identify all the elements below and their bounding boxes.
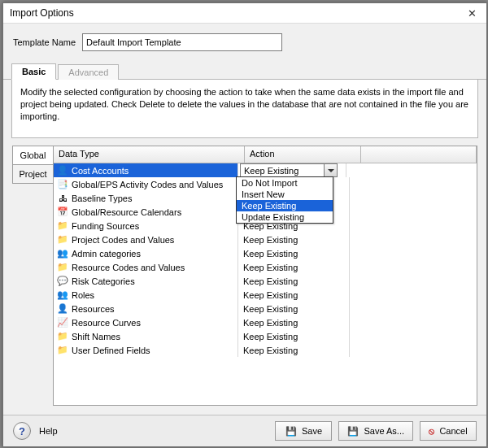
cell-spacer <box>350 343 477 357</box>
curves-icon: 📈 <box>57 317 68 328</box>
cell-spacer <box>350 233 477 246</box>
res-codes-icon: 📁 <box>57 262 68 273</box>
cell-action[interactable]: Keep Existing <box>238 233 350 246</box>
resources-icon: 👤 <box>57 303 68 315</box>
help-icon[interactable]: ? <box>13 422 31 440</box>
col-spacer <box>361 146 477 163</box>
row-label: Global/EPS Activity Codes and Values <box>72 180 223 189</box>
cell-datatype[interactable]: 📁User Defined Fields <box>54 343 238 357</box>
template-name-label: Template Name <box>13 37 76 47</box>
calendar-icon: 📅 <box>57 207 68 218</box>
table-row[interactable]: 📈Resource CurvesKeep Existing <box>54 315 477 329</box>
row-label: Cost Accounts <box>72 166 129 176</box>
action-dropdown-list[interactable]: Do Not ImportInsert NewKeep ExistingUpda… <box>236 176 333 224</box>
admin-icon: 👥 <box>57 248 68 259</box>
table-row[interactable]: 📁Project Codes and ValuesKeep Existing <box>54 233 477 246</box>
row-label: Shift Names <box>72 332 120 341</box>
cell-spacer <box>350 315 477 329</box>
cell-datatype[interactable]: 📁Project Codes and Values <box>54 233 238 246</box>
sidetab-global[interactable]: Global <box>12 146 53 165</box>
save-as-button[interactable]: 💾 Save As... <box>338 421 413 441</box>
row-label: Baseline Types <box>72 194 132 203</box>
tab-advanced[interactable]: Advanced <box>58 64 119 80</box>
cancel-button[interactable]: ⦸ Cancel <box>420 421 477 441</box>
cell-action[interactable]: Keep Existing <box>238 329 350 343</box>
dropdown-option[interactable]: Update Existing <box>237 211 333 223</box>
dropdown-option[interactable]: Do Not Import <box>237 177 333 189</box>
accounts-icon: 👤 <box>57 165 68 176</box>
baseline-icon: 🖧 <box>57 193 68 204</box>
cell-spacer <box>350 205 477 219</box>
chevron-down-icon[interactable] <box>324 164 337 176</box>
table-row[interactable]: 👥Admin categoriesKeep Existing <box>54 246 477 260</box>
template-row: Template Name <box>3 24 486 59</box>
table-row[interactable]: 👤ResourcesKeep Existing <box>54 302 477 315</box>
cell-action[interactable]: Keep Existing <box>238 343 350 357</box>
cell-spacer <box>350 274 477 288</box>
row-label: Project Codes and Values <box>72 235 174 245</box>
save-as-icon: 💾 <box>347 426 359 437</box>
cancel-icon: ⦸ <box>429 426 434 437</box>
cell-datatype[interactable]: 👥Admin categories <box>54 246 238 260</box>
grid-section: Global Project Data Type Action 👤Cost Ac… <box>11 145 478 407</box>
action-combobox-value: Keep Existing <box>241 166 324 176</box>
cell-spacer <box>350 246 477 260</box>
row-label: Risk Categories <box>72 276 135 286</box>
dropdown-option[interactable]: Insert New <box>237 189 333 200</box>
row-label: Global/Resource Calendars <box>72 207 181 217</box>
table-row[interactable]: 📁Shift NamesKeep Existing <box>54 329 477 343</box>
table-row[interactable]: 👤Cost AccountsKeep Existing <box>54 163 477 177</box>
cell-datatype[interactable]: 👤Resources <box>54 302 238 315</box>
save-icon: 💾 <box>285 426 297 437</box>
cell-action[interactable]: Keep Existing <box>238 302 350 315</box>
import-options-dialog: Import Options ✕ Template Name Basic Adv… <box>2 2 487 447</box>
table-row[interactable]: 📁User Defined FieldsKeep Existing <box>54 343 477 357</box>
cell-action[interactable]: Keep Existing <box>238 288 350 302</box>
cell-datatype[interactable]: 📁Shift Names <box>54 329 238 343</box>
roles-icon: 👥 <box>57 289 68 301</box>
table-row[interactable]: 📁Resource Codes and ValuesKeep Existing <box>54 260 477 274</box>
udf-icon: 📁 <box>57 345 68 356</box>
cell-spacer <box>346 163 477 177</box>
close-button[interactable]: ✕ <box>460 5 483 21</box>
row-label: Resource Codes and Values <box>72 263 185 272</box>
cell-datatype[interactable]: 👤Cost Accounts <box>54 163 238 177</box>
risk-icon: 💬 <box>57 276 68 287</box>
cell-datatype[interactable]: 🖧Baseline Types <box>54 191 238 205</box>
col-datatype[interactable]: Data Type <box>54 146 245 163</box>
cell-datatype[interactable]: 📁Funding Sources <box>54 219 238 233</box>
save-button[interactable]: 💾 Save <box>275 421 332 441</box>
shift-icon: 📁 <box>57 331 68 342</box>
cell-datatype[interactable]: 📈Resource Curves <box>54 315 238 329</box>
cell-datatype[interactable]: 📑Global/EPS Activity Codes and Values <box>54 177 238 191</box>
table-row[interactable]: 👥RolesKeep Existing <box>54 288 477 302</box>
cell-spacer <box>350 177 477 191</box>
cell-action[interactable]: Keep Existing <box>238 246 350 260</box>
help-button[interactable]: Help <box>39 426 58 436</box>
table-row[interactable]: 💬Risk CategoriesKeep Existing <box>54 274 477 288</box>
cell-action[interactable]: Keep Existing <box>238 274 350 288</box>
row-label: Roles <box>72 290 94 300</box>
cell-action[interactable]: Keep Existing <box>238 163 346 177</box>
dropdown-option[interactable]: Keep Existing <box>237 200 333 211</box>
codes-icon: 📑 <box>57 179 68 190</box>
cell-datatype[interactable]: 💬Risk Categories <box>54 274 238 288</box>
cell-spacer <box>350 191 477 205</box>
cell-datatype[interactable]: 📁Resource Codes and Values <box>54 260 238 274</box>
side-tabs: Global Project <box>12 146 53 406</box>
row-label: Admin categories <box>72 249 141 259</box>
cell-action[interactable]: Keep Existing <box>238 315 350 329</box>
cell-datatype[interactable]: 👥Roles <box>54 288 238 302</box>
tab-basic[interactable]: Basic <box>11 63 56 80</box>
project-codes-icon: 📁 <box>57 234 68 246</box>
template-name-input[interactable] <box>82 33 282 51</box>
col-action[interactable]: Action <box>245 146 361 163</box>
row-label: User Defined Fields <box>72 346 150 355</box>
sidetab-project[interactable]: Project <box>12 165 53 184</box>
cell-action[interactable]: Keep Existing <box>238 260 350 274</box>
cell-spacer <box>350 260 477 274</box>
cell-datatype[interactable]: 📅Global/Resource Calendars <box>54 205 238 219</box>
row-label: Resources <box>72 304 115 314</box>
action-combobox[interactable]: Keep Existing <box>240 163 338 177</box>
cell-spacer <box>350 288 477 302</box>
